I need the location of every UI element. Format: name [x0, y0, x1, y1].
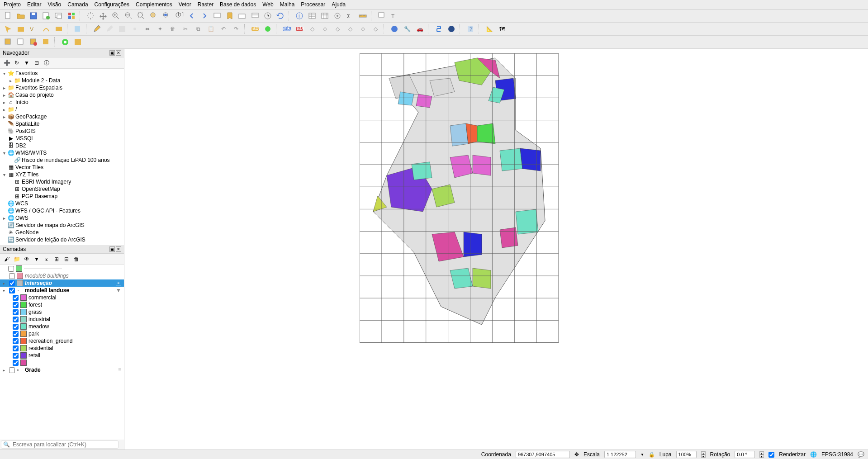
layer-legend-item[interactable]: park — [0, 330, 124, 337]
browser-props-button[interactable]: ⓘ — [43, 59, 51, 67]
layers-style-button[interactable]: 🖌 — [3, 255, 11, 263]
statistics-button[interactable]: Σ — [345, 10, 356, 21]
layers-collapse-button[interactable]: ⊟ — [62, 255, 71, 263]
label-tool-3[interactable]: ◇ — [332, 24, 343, 34]
new-geopackage-button[interactable] — [15, 24, 26, 34]
new-bookmark-button[interactable] — [224, 10, 235, 21]
zoom-selection-button[interactable] — [148, 10, 159, 21]
layer-legend-item[interactable]: commercial — [0, 294, 124, 301]
browser-item[interactable]: ▸📦GeoPackage — [2, 113, 124, 120]
temporal-button[interactable] — [237, 10, 248, 21]
zoom-last-button[interactable] — [186, 10, 197, 21]
new-spatialite-button[interactable] — [41, 24, 52, 34]
layout-manager-button[interactable] — [53, 10, 64, 21]
layer-legend-item[interactable]: recreation_ground — [0, 337, 124, 345]
browser-item[interactable]: ▾▦XYZ Tiles — [2, 171, 124, 178]
deselect-button[interactable] — [28, 37, 39, 47]
help-button[interactable]: ? — [465, 24, 476, 34]
zoom-layer-button[interactable] — [161, 10, 172, 21]
misc-tool-1[interactable]: 📐 — [484, 24, 495, 34]
new-project-button[interactable] — [3, 10, 14, 21]
browser-item[interactable]: ▸📁Favoritos Espaciais — [2, 84, 124, 91]
menu-base de dados[interactable]: Base de dados — [220, 1, 256, 8]
toggle-edit-button[interactable] — [91, 24, 102, 34]
temporal-controller-button[interactable] — [262, 10, 273, 21]
menu-processar[interactable]: Processar — [301, 1, 325, 8]
add-feature-button[interactable] — [129, 24, 140, 34]
browser-item[interactable]: ▾🌐WMS/WMTS — [2, 149, 124, 156]
browser-item[interactable]: ⊞OpenStreetMap — [8, 185, 124, 193]
browser-item[interactable]: ▸📁Module 2 - Data — [8, 77, 124, 84]
node-tool-button[interactable]: ✦ — [155, 24, 166, 34]
layers-tree[interactable]: ———————module8 buildings▸Interseção≡▾▫mo… — [0, 265, 124, 440]
redo-button[interactable]: ↷ — [231, 24, 242, 34]
layer-legend-item[interactable] — [0, 359, 124, 366]
menu-web[interactable]: Web — [262, 1, 273, 8]
browser-item[interactable]: 🪶SpatiaLite — [2, 120, 124, 128]
browser-item[interactable]: ▸📁/ — [2, 106, 124, 113]
magnifier-input[interactable] — [676, 451, 697, 458]
layer-legend-item[interactable]: grass — [0, 308, 124, 316]
browser-item[interactable]: 🔄Servidor de feição do ArcGIS — [2, 236, 124, 243]
layers-add-group-button[interactable]: 📁 — [13, 255, 21, 263]
layer-row[interactable]: module8 buildings — [0, 272, 124, 279]
label-highlight-button[interactable]: abc — [281, 24, 292, 34]
python-button[interactable] — [433, 24, 444, 34]
browser-item[interactable]: ✳GeoNode — [2, 229, 124, 236]
menu-camada[interactable]: Camada — [67, 1, 88, 8]
new-memory-button[interactable] — [72, 24, 83, 34]
osm-button[interactable] — [446, 24, 457, 34]
browser-item[interactable]: ▾⭐Favoritos — [2, 70, 124, 77]
browser-item[interactable]: 🌐WFS / OGC API - Features — [2, 207, 124, 214]
annotation-button[interactable]: T — [389, 10, 400, 21]
new-map-view-button[interactable] — [212, 10, 223, 21]
layers-close-button[interactable]: ✕ — [116, 246, 121, 252]
menu-complementos[interactable]: Complementos — [136, 1, 172, 8]
layers-undock-button[interactable]: ▣ — [109, 246, 115, 252]
label-tool-2[interactable]: ◇ — [319, 24, 330, 34]
label-pin-button[interactable]: abc — [294, 24, 305, 34]
menu-visão[interactable]: Visão — [47, 1, 61, 8]
save-project-button[interactable] — [28, 10, 39, 21]
layer-legend-item[interactable]: residential — [0, 345, 124, 352]
pan-to-selection-button[interactable] — [98, 10, 109, 21]
browser-close-button[interactable]: ✕ — [116, 50, 121, 56]
browser-add-button[interactable]: ➕ — [3, 59, 11, 67]
bookmarks-button[interactable] — [250, 10, 261, 21]
browser-item[interactable]: 🗄DB2 — [2, 142, 124, 149]
crs-icon[interactable]: 🌐 — [810, 451, 817, 458]
diagram-button[interactable] — [262, 24, 273, 34]
move-feature-button[interactable]: ⬌ — [142, 24, 153, 34]
save-layer-button[interactable] — [117, 24, 128, 34]
browser-refresh-button[interactable]: ↻ — [13, 59, 21, 67]
add-vector-button[interactable] — [3, 24, 14, 34]
locate-button[interactable] — [60, 37, 71, 47]
browser-collapse-button[interactable]: ⊟ — [33, 59, 41, 67]
layers-expand-button[interactable]: ⊞ — [52, 255, 61, 263]
coord-input[interactable] — [516, 451, 570, 458]
copy-button[interactable]: ⧉ — [193, 24, 204, 34]
field-calc-button[interactable] — [319, 10, 330, 21]
layers-visibility-button[interactable]: 👁 — [23, 255, 31, 263]
label-tool-4[interactable]: ◇ — [345, 24, 356, 34]
browser-item[interactable]: ▸🌐OWS — [2, 214, 124, 222]
locator-input[interactable] — [13, 441, 116, 448]
menu-configurações[interactable]: Configurações — [95, 1, 129, 8]
cut-button[interactable]: ✂ — [180, 24, 191, 34]
layer-row[interactable]: ▾▫module8 landuse▼ — [0, 287, 124, 294]
paste-button[interactable]: 📋 — [205, 24, 216, 34]
plugin-tool-button[interactable]: 🔧 — [402, 24, 413, 34]
menu-ajuda[interactable]: Ajuda — [332, 1, 346, 8]
layers-expr-button[interactable]: ε — [43, 255, 51, 263]
layer-legend-item[interactable]: forest — [0, 301, 124, 308]
rot-up[interactable]: ▴ — [759, 451, 764, 454]
layer-row[interactable]: ▸Interseção≡ — [0, 279, 124, 287]
layer-row[interactable]: ▸▫Grade≡ — [0, 366, 124, 374]
refresh-button[interactable] — [275, 10, 286, 21]
mag-down[interactable]: ▾ — [701, 454, 706, 458]
map-tips-button[interactable] — [376, 10, 387, 21]
edit-metadata-button[interactable] — [72, 37, 83, 47]
browser-undock-button[interactable]: ▣ — [109, 50, 115, 56]
scale-input[interactable] — [604, 451, 636, 458]
delete-selected-button[interactable]: 🗑 — [167, 24, 178, 34]
